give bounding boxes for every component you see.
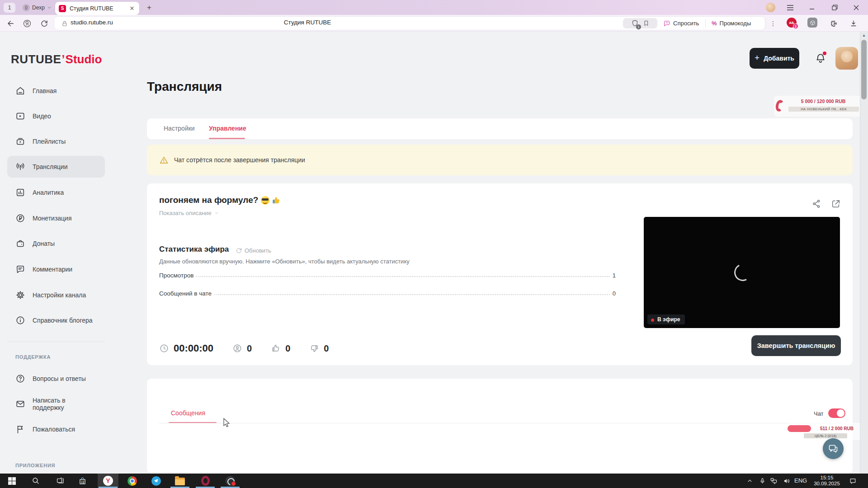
- tab-settings[interactable]: Настройки: [164, 125, 195, 132]
- donation-icon: [15, 239, 25, 249]
- user-avatar[interactable]: [835, 47, 858, 70]
- protect-shield-icon[interactable]: 1: [631, 19, 639, 28]
- action-center-icon[interactable]: [846, 474, 859, 487]
- page-tabs-card: [147, 118, 853, 139]
- ask-button[interactable]: Спросить: [663, 19, 699, 28]
- taskbar-clock[interactable]: 15:15 30.09.2025: [812, 475, 842, 487]
- microphone-icon[interactable]: [756, 474, 769, 487]
- yandex-browser-icon[interactable]: Y: [102, 474, 114, 487]
- sidebar-item-label: Настройки канала: [33, 291, 86, 299]
- address-bar[interactable]: [54, 17, 765, 30]
- toolbar-divider: [765, 19, 765, 28]
- window-maximize-button[interactable]: [825, 0, 844, 15]
- show-description-link[interactable]: Показать описание: [159, 210, 219, 216]
- browser-tab[interactable]: S Студия RUTUBE ✕: [55, 2, 139, 15]
- ruble-icon: [15, 213, 25, 223]
- tray-chevron-icon[interactable]: [743, 474, 756, 487]
- sidebar-item-home[interactable]: Главная: [7, 80, 105, 102]
- start-button-icon[interactable]: [5, 474, 18, 487]
- screen: { "browser": { "tabstrip": { "count_badg…: [0, 0, 868, 488]
- promos-label: Промокоды: [720, 20, 751, 27]
- dotted-leader: [214, 294, 610, 295]
- sidebar-divider: [7, 342, 105, 342]
- refresh-icon[interactable]: [38, 17, 51, 30]
- obs-icon[interactable]: [224, 474, 236, 487]
- sidebar-item-analytics[interactable]: Аналитика: [7, 182, 105, 203]
- sidebar-item-channel-settings[interactable]: Настройки канала: [7, 284, 105, 306]
- sidebar-item-label: Главная: [33, 87, 57, 94]
- support-chat-fab[interactable]: [823, 438, 844, 459]
- adblock-extension-icon[interactable]: АБ 2: [787, 18, 797, 28]
- add-button[interactable]: + Добавить: [750, 48, 799, 69]
- goal-progress-bar: [788, 425, 811, 432]
- file-explorer-icon[interactable]: [174, 474, 186, 487]
- sidebar-item-label: Справочник блогера: [33, 317, 93, 324]
- cube-extension-icon[interactable]: [807, 18, 817, 28]
- store-icon[interactable]: [76, 474, 89, 487]
- sidebar-item-broadcasts[interactable]: Трансляции: [7, 156, 105, 178]
- network-icon[interactable]: [767, 474, 780, 487]
- goal-amount: 511 / 2 000 RUB: [812, 426, 862, 431]
- toggle-knob: [837, 409, 844, 417]
- stream-timer: 00:00:00: [159, 343, 213, 354]
- tab-messages[interactable]: Сообщения: [171, 409, 205, 417]
- live-counters: 00:00:00 0 0 0: [159, 343, 329, 354]
- sidebar-item-video[interactable]: Видео: [7, 105, 105, 127]
- stream-preview-player[interactable]: В эфире: [644, 217, 840, 328]
- sidebar-item-donations[interactable]: Донаты: [7, 233, 105, 254]
- gear-icon: [15, 290, 25, 300]
- kebab-menu-icon[interactable]: ⋮: [769, 18, 778, 28]
- task-view-icon[interactable]: [54, 474, 66, 487]
- speaker-icon[interactable]: [780, 474, 793, 487]
- sidebar-item-report[interactable]: Пожаловаться: [7, 418, 105, 440]
- sidebar-item-comments[interactable]: Комментарии: [7, 258, 105, 280]
- tab-group-chip[interactable]: 0 Dexp: [19, 3, 55, 13]
- browser-menu-icon[interactable]: [780, 0, 800, 15]
- new-tab-button[interactable]: +: [145, 3, 154, 12]
- open-external-icon[interactable]: [831, 199, 841, 209]
- logo-studio: Studio: [66, 52, 102, 66]
- messages-card: Сообщения Чат: [147, 379, 853, 474]
- yandex-home-icon[interactable]: [21, 17, 33, 30]
- chat-toggle[interactable]: [828, 408, 845, 418]
- end-broadcast-button[interactable]: Завершить трансляцию: [751, 335, 841, 356]
- browser-profile-avatar[interactable]: [766, 3, 775, 12]
- sidebar-item-blogger-guide[interactable]: Справочник блогера: [7, 310, 105, 331]
- sidebar-item-playlists[interactable]: Плейлисты: [7, 131, 105, 152]
- rutube-studio-logo[interactable]: RUTUBE ’ Studio: [11, 52, 102, 66]
- chrome-icon[interactable]: [126, 474, 138, 487]
- window-close-button[interactable]: [846, 0, 866, 15]
- chevron-down-icon: [214, 211, 219, 216]
- bookmark-icon[interactable]: [642, 20, 650, 27]
- lock-icon[interactable]: [61, 19, 68, 27]
- donation-goal-widget-top: 5 000 / 120 000 RUB НА НОВЕНЬКИЙ ПК...КЕ…: [774, 96, 863, 117]
- language-indicator[interactable]: ENG: [794, 477, 807, 484]
- tab-favicon: S: [59, 5, 66, 12]
- url-text[interactable]: studio.rutube.ru: [71, 19, 113, 26]
- window-minimize-button[interactable]: [802, 0, 822, 15]
- tab-management[interactable]: Управление: [209, 125, 246, 132]
- tab-count-button[interactable]: 1: [4, 3, 15, 13]
- home-icon: [15, 86, 25, 96]
- scrollbar-thumb[interactable]: [861, 40, 867, 99]
- opera-icon[interactable]: [199, 474, 212, 487]
- notifications-bell-icon[interactable]: [814, 52, 827, 65]
- share-icon[interactable]: [811, 199, 821, 209]
- telegram-icon[interactable]: [150, 474, 162, 487]
- sidebar-item-monetization[interactable]: Монетизация: [7, 207, 105, 229]
- back-icon[interactable]: [5, 17, 17, 30]
- warning-icon: [159, 155, 169, 165]
- sidebar-item-contact-support[interactable]: Написать в поддержку: [7, 393, 105, 415]
- download-icon[interactable]: [847, 17, 860, 30]
- sidebar-apps-header: ПРИЛОЖЕНИЯ: [15, 463, 55, 468]
- search-icon[interactable]: [29, 474, 42, 487]
- tab-close-icon[interactable]: ✕: [128, 5, 136, 12]
- scrollbar-up-arrow[interactable]: ▲: [862, 33, 866, 38]
- goal-label: НА НОВЕНЬКИЙ ПК...КЕК: [788, 107, 859, 112]
- refresh-stats-button[interactable]: Обновить: [236, 247, 271, 254]
- stat-value: 1: [613, 272, 616, 279]
- puzzle-extensions-icon[interactable]: [827, 17, 840, 30]
- sidebar-support-header: ПОДДЕРЖКА: [15, 354, 51, 360]
- promos-button[interactable]: % Промокоды: [712, 19, 751, 28]
- sidebar-item-faq[interactable]: Вопросы и ответы: [7, 368, 105, 389]
